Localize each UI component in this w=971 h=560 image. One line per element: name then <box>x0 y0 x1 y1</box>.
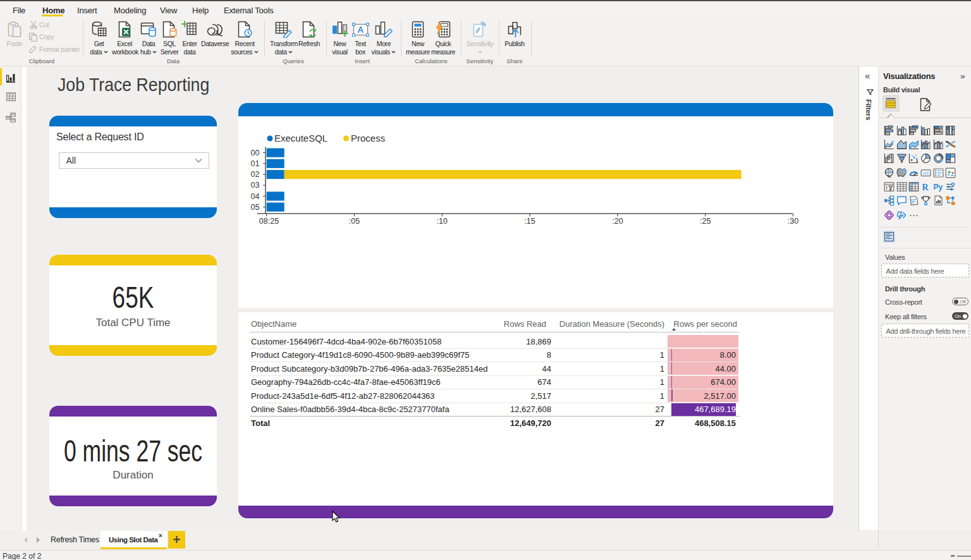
svg-text::20: :20 <box>612 217 623 226</box>
svg-text:Process: Process <box>351 133 385 143</box>
svg-text:05: 05 <box>251 203 260 212</box>
svg-text:Py: Py <box>933 183 943 192</box>
svg-text:ExecuteSQL: ExecuteSQL <box>274 133 327 143</box>
svg-text:03: 03 <box>251 181 260 190</box>
svg-text:00: 00 <box>251 149 260 157</box>
svg-text::25: :25 <box>700 217 711 226</box>
svg-text:02: 02 <box>251 170 260 179</box>
svg-text::30: :30 <box>788 217 798 226</box>
svg-text:R: R <box>922 182 929 192</box>
svg-text:04: 04 <box>251 192 260 201</box>
svg-text:08:25: 08:25 <box>259 217 279 226</box>
svg-text::10: :10 <box>437 217 448 226</box>
svg-text:01: 01 <box>251 159 260 168</box>
svg-text::05: :05 <box>349 217 360 226</box>
svg-text::15: :15 <box>524 217 535 226</box>
svg-text:123: 123 <box>922 171 929 175</box>
